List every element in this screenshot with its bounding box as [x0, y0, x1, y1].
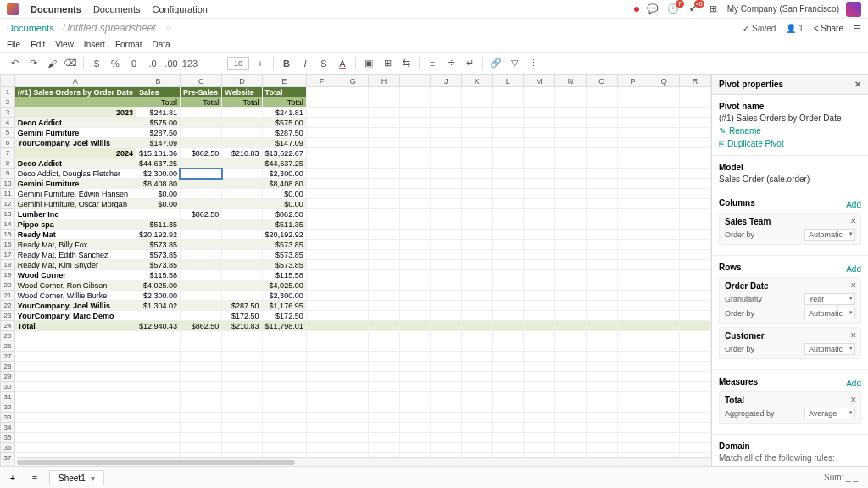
pivot-cell[interactable] [180, 270, 221, 280]
pivot-cell[interactable]: $210.83 [222, 148, 262, 158]
col-header[interactable]: D [222, 75, 262, 87]
pivot-cell[interactable]: $573.85 [136, 240, 180, 250]
inbox-icon[interactable]: 🕑7 [666, 3, 680, 16]
pivot-cell[interactable]: $511.35 [136, 219, 180, 230]
pivot-cell[interactable] [180, 169, 221, 179]
pivot-cell[interactable]: $573.85 [262, 240, 306, 250]
fmt-123[interactable]: 123 [182, 56, 198, 71]
wrap-icon[interactable]: ↵ [462, 56, 477, 71]
pivot-cell[interactable]: $573.85 [136, 250, 180, 260]
pivot-cell[interactable]: $15,181.36 [136, 148, 180, 158]
chat-icon[interactable]: 💬 [646, 3, 659, 16]
clear-format-icon[interactable]: ⌫ [63, 56, 78, 71]
pivot-cell[interactable]: $573.85 [136, 260, 180, 270]
pivot-row-label[interactable]: Ready Mat, Billy Fox [14, 240, 136, 250]
col-header[interactable]: J [431, 75, 462, 87]
pivot-cell[interactable]: $8,408.80 [262, 179, 306, 189]
filter-icon[interactable]: ▽ [507, 56, 522, 71]
row-header[interactable]: 1 [1, 87, 15, 97]
pivot-cell[interactable]: $573.85 [262, 260, 306, 270]
pivot-cell[interactable] [180, 291, 221, 301]
valign-icon[interactable]: ≑ [443, 56, 459, 71]
pivot-cell[interactable]: $0.00 [136, 189, 180, 199]
fmt-0[interactable]: 0 [126, 56, 142, 71]
add-column-link[interactable]: Add [846, 200, 861, 209]
col-header[interactable]: H [369, 75, 400, 87]
pivot-cell[interactable] [222, 260, 262, 270]
fmt-dec1[interactable]: .0 [145, 56, 160, 71]
link-icon[interactable]: 🔗 [488, 56, 504, 71]
pivot-row-label[interactable]: Deco Addict, Douglas Fletcher [14, 169, 136, 179]
pivot-cell[interactable] [222, 291, 262, 301]
pivot-cell[interactable]: $287.50 [222, 301, 262, 311]
fill-icon[interactable]: ▣ [361, 56, 376, 71]
pivot-cell[interactable]: $241.81 [136, 108, 180, 118]
pivot-row-label[interactable]: Deco Addict [14, 158, 136, 169]
col-header[interactable]: K [461, 75, 492, 87]
pivot-cell[interactable]: $287.50 [136, 128, 180, 138]
col-header[interactable]: O [586, 75, 617, 87]
pivot-cell[interactable] [222, 158, 262, 169]
pivot-cell[interactable]: $862.50 [262, 209, 306, 219]
more-icon[interactable]: ⋮ [526, 56, 541, 71]
pivot-row-label[interactable]: Gemini Furniture [14, 179, 136, 189]
pivot-cell[interactable]: $2,300.00 [136, 291, 180, 301]
col-header[interactable]: I [399, 75, 431, 87]
col-header[interactable]: E [262, 75, 306, 87]
pivot-row-label[interactable]: Ready Mat, Kim Snyder [14, 260, 136, 270]
nav-configuration[interactable]: Configuration [153, 4, 208, 14]
pivot-cell[interactable]: $8,408.80 [136, 179, 180, 189]
border-icon[interactable]: ⊞ [380, 56, 395, 71]
orderby-select[interactable]: Automatic [804, 308, 855, 319]
pivot-cell[interactable] [222, 199, 262, 209]
company-name[interactable]: My Company (San Francisco) [727, 4, 839, 14]
pivot-cell[interactable]: $13,622.67 [262, 148, 306, 158]
pivot-cell[interactable]: $575.00 [262, 118, 306, 128]
pivot-cell[interactable] [222, 118, 262, 128]
pivot-cell[interactable]: $115.58 [136, 270, 180, 280]
pivot-cell[interactable]: $115.58 [262, 270, 306, 280]
pivot-cell[interactable] [222, 108, 262, 118]
pivot-cell[interactable]: $862.50 [180, 209, 221, 219]
pivot-cell[interactable]: $12,940.43 [136, 321, 180, 331]
pivot-row-label[interactable]: YourCompany, Marc Demo [14, 311, 136, 321]
col-header[interactable]: F [306, 75, 337, 87]
italic-icon[interactable]: I [298, 56, 313, 71]
horizontal-scrollbar[interactable] [17, 458, 711, 466]
pivot-cell[interactable] [180, 118, 221, 128]
nav-documents[interactable]: Documents [93, 4, 141, 14]
pivot-row-label[interactable]: Ready Mat, Edith Sanchez [14, 250, 136, 260]
pivot-cell[interactable]: $862.50 [180, 148, 221, 158]
pivot-cell[interactable] [180, 280, 221, 291]
pivot-cell[interactable] [136, 209, 180, 219]
pivot-cell[interactable] [180, 108, 221, 118]
font-size[interactable]: 10 [227, 57, 249, 70]
pivot-cell[interactable] [180, 311, 221, 321]
pivot-cell[interactable]: $210.83 [222, 321, 262, 331]
agg-select[interactable]: Average [804, 408, 855, 419]
pivot-row-label[interactable]: Gemini Furniture [14, 128, 136, 138]
pivot-cell[interactable] [222, 179, 262, 189]
pivot-cell[interactable] [180, 219, 221, 230]
pivot-row-label[interactable]: Wood Corner, Willie Burke [14, 291, 136, 301]
close-panel-icon[interactable]: ✕ [854, 80, 861, 89]
col-header[interactable]: P [617, 75, 648, 87]
pivot-cell[interactable] [222, 128, 262, 138]
user-avatar[interactable] [846, 2, 861, 17]
pivot-cell[interactable] [180, 158, 221, 169]
pivot-cell[interactable]: $2,300.00 [262, 169, 306, 179]
col-header[interactable]: M [524, 75, 555, 87]
sheet-list-icon[interactable]: ≡ [27, 470, 42, 485]
pivot-row-label[interactable]: Pippo spa [14, 219, 136, 230]
pivot-cell[interactable]: $0.00 [262, 199, 306, 209]
bold-icon[interactable]: B [279, 56, 294, 71]
pivot-row-label[interactable]: YourCompany, Joel Willis [14, 301, 136, 311]
pivot-cell[interactable] [222, 250, 262, 260]
pivot-cell[interactable] [180, 189, 221, 199]
pivot-cell[interactable] [180, 240, 221, 250]
pivot-cell[interactable] [222, 209, 262, 219]
fs-inc[interactable]: + [253, 56, 268, 71]
pivot-cell[interactable] [222, 240, 262, 250]
pivot-cell[interactable]: $44,637.25 [136, 158, 180, 169]
pivot-cell[interactable]: $4,025.00 [136, 280, 180, 291]
